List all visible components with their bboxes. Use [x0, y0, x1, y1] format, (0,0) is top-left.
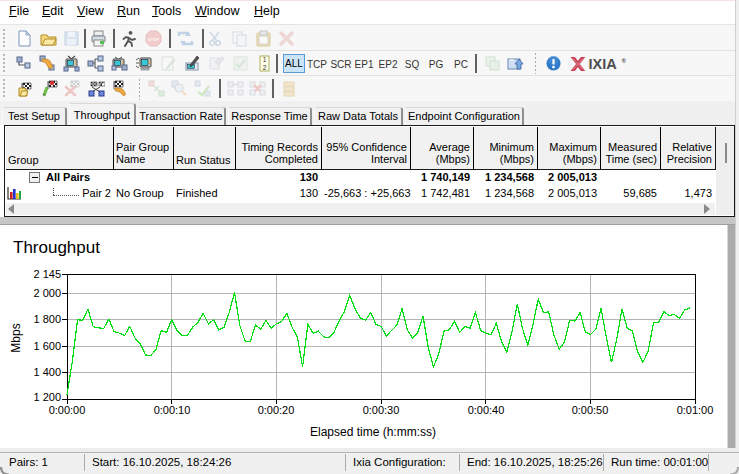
svg-text:STOP: STOP — [148, 37, 160, 42]
svg-text:1: 1 — [263, 56, 267, 63]
svg-text:2: 2 — [263, 64, 267, 71]
svg-text:IXIA: IXIA — [589, 56, 618, 72]
svg-text:®: ® — [622, 58, 627, 64]
